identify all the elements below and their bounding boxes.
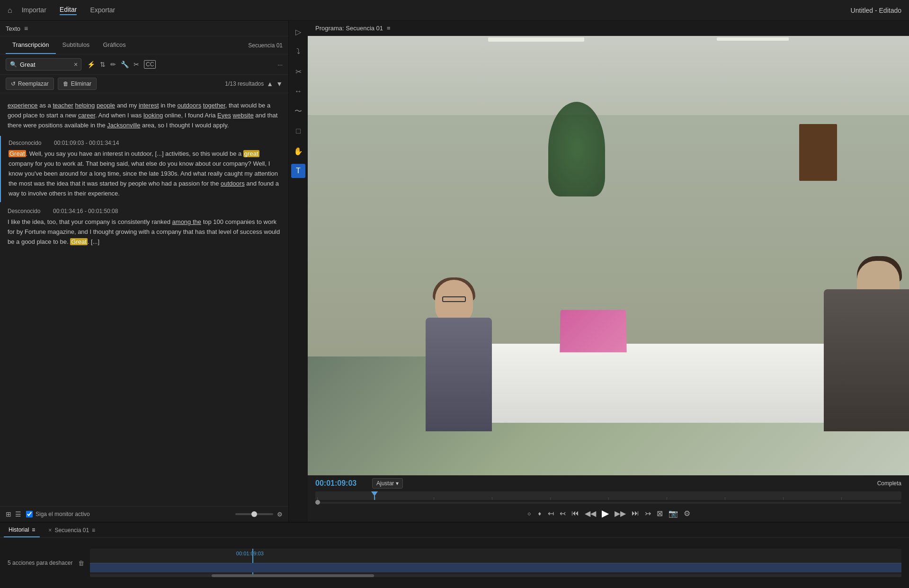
tab-transcripcion[interactable]: Transcripción	[6, 36, 56, 54]
results-text: 1/13 resultados	[225, 80, 264, 87]
delete-bottom-icon[interactable]: 🗑	[78, 560, 84, 567]
tick	[434, 497, 492, 500]
insert-edit-button[interactable]: ↤	[548, 509, 554, 518]
replace-button[interactable]: ↺ Reemplazar	[6, 78, 54, 90]
list-icon[interactable]: ☰	[15, 510, 21, 518]
sequence-label: Secuencia 01	[248, 42, 283, 49]
fit-select[interactable]: Ajustar ▾	[372, 478, 403, 489]
grid-icon[interactable]: ⊞	[6, 510, 11, 518]
camera-button[interactable]: 📷	[668, 509, 678, 518]
sort-icon[interactable]: ⇅	[100, 61, 106, 68]
rewind-button[interactable]: ◀◀	[585, 509, 596, 518]
panel-bottom-icons: ⊞ ☰	[6, 510, 21, 518]
insert-icon[interactable]: ⤵	[291, 45, 305, 59]
replace-bar: ↺ Reemplazar 🗑 Eliminar 1/13 resultados …	[0, 75, 288, 93]
edit-icon[interactable]: ✏	[110, 61, 116, 68]
secuencia-menu-icon[interactable]: ≡	[92, 527, 95, 534]
program-menu-icon[interactable]: ≡	[387, 25, 391, 32]
transcript-text-2[interactable]: I like the idea, too, that your company …	[8, 217, 281, 247]
tab-graficos[interactable]: Gráficos	[96, 36, 132, 54]
stamp-icon[interactable]: 🔧	[121, 61, 129, 68]
settings-icon[interactable]: ⚙	[277, 511, 283, 518]
highlight-great-3: Great	[70, 238, 88, 245]
more-options-icon[interactable]: ···	[277, 61, 283, 68]
toolbar-icons: ⚡ ⇅ ✏ 🔧 ✂ CC	[87, 60, 156, 69]
time-1: 00:01:09:03 - 00:01:34:14	[54, 140, 119, 146]
playhead-triangle	[371, 491, 378, 496]
waveform-icon[interactable]: 〜	[291, 104, 305, 118]
search-input[interactable]	[20, 61, 72, 68]
panel-bottom: ⊞ ☰ Siga el monitor activo ⚙	[0, 506, 288, 522]
nav-importar[interactable]: Importar	[22, 6, 46, 15]
p1-glasses	[442, 296, 466, 302]
nav-editar[interactable]: Editar	[60, 6, 77, 15]
step-back-button[interactable]: ⏮	[571, 509, 579, 517]
monitor-checkbox[interactable]	[26, 511, 33, 517]
split-icon[interactable]: ✂	[134, 61, 139, 68]
play-thru-icon[interactable]: ▷	[291, 25, 305, 39]
lift-button[interactable]: ↢	[560, 509, 566, 518]
mark-out-button[interactable]: ⬧	[537, 509, 542, 517]
tl-timecode: 00:01:09:03	[236, 551, 264, 556]
mark-in-button[interactable]: ⬦	[527, 509, 532, 517]
prev-result-button[interactable]: ▲	[267, 80, 273, 88]
results-info: 1/13 resultados ▲ ▼	[225, 80, 283, 88]
panel-menu-icon[interactable]: ≡	[24, 25, 28, 32]
overwrite-button[interactable]: ↣	[645, 509, 651, 518]
timeline-bottom[interactable]: 00:01:09:03	[90, 549, 901, 577]
transcript-area[interactable]: experience as a teacher helping people a…	[0, 93, 288, 506]
timecode-display: 00:01:09:03	[315, 479, 372, 488]
progress-bar[interactable]	[315, 502, 901, 504]
top-nav: ⌂ Importar Editar Exportar Untitled - Ed…	[0, 0, 909, 21]
person1	[416, 280, 501, 431]
play-button[interactable]: ▶	[602, 508, 609, 519]
slider-thumb[interactable]	[251, 511, 257, 517]
tab-subtitulos[interactable]: Subtítulos	[56, 36, 97, 54]
settings-transport-icon[interactable]: ⚙	[684, 509, 690, 518]
timeline-ruler[interactable]	[315, 491, 901, 500]
search-icon: 🔍	[10, 61, 17, 68]
transcript-text-1[interactable]: Great. Well, you say you have an interes…	[9, 149, 281, 198]
tl-scroll-thumb[interactable]	[212, 574, 374, 577]
nav-exportar[interactable]: Exportar	[90, 6, 115, 15]
plant	[548, 102, 605, 196]
p2-body	[824, 289, 909, 431]
tick	[550, 497, 608, 500]
square-icon[interactable]: □	[291, 124, 305, 138]
search-input-wrap: 🔍 ×	[6, 58, 81, 71]
next-result-button[interactable]: ▼	[276, 80, 283, 88]
tl-scroll[interactable]	[90, 574, 901, 577]
room-ceiling	[308, 36, 909, 115]
transcript-text-0[interactable]: experience as a teacher helping people a…	[8, 101, 281, 130]
clear-search-button[interactable]: ×	[74, 61, 78, 68]
step-forward-button[interactable]: ⏭	[632, 509, 639, 517]
historial-tab[interactable]: Historial ≡	[4, 523, 40, 537]
transcript-block-1: Desconocido 00:01:09:03 - 00:01:34:14 Gr…	[0, 136, 288, 202]
time-2: 00:01:34:16 - 00:01:50:08	[53, 208, 118, 214]
program-title: Programa: Secuencia 01	[315, 25, 383, 32]
slider-track[interactable]	[235, 513, 273, 515]
fast-forward-button[interactable]: ▶▶	[615, 509, 626, 518]
hand-icon[interactable]: ✋	[291, 144, 305, 158]
horizontal-arrow-icon[interactable]: ↔	[291, 84, 305, 98]
secuencia-tab[interactable]: × Secuencia 01 ≡	[44, 523, 100, 537]
plant-body	[548, 102, 605, 196]
scissors-icon[interactable]: ✂	[291, 64, 305, 79]
historial-menu-icon[interactable]: ≡	[32, 526, 35, 533]
transcript-block-2: Desconocido 00:01:34:16 - 00:01:50:08 I …	[0, 204, 288, 250]
transport-right: ▶▶ ⏭ ↣ ⊠ 📷 ⚙	[615, 509, 690, 518]
delete-button[interactable]: 🗑 Eliminar	[58, 78, 97, 90]
home-icon[interactable]: ⌂	[8, 6, 12, 15]
highlight-great-2: great	[243, 150, 259, 157]
video-area	[308, 36, 909, 475]
cc-icon[interactable]: CC	[144, 60, 156, 69]
video-controls: 00:01:09:03 Ajustar ▾ Completa	[308, 475, 909, 522]
tab-close-icon[interactable]: ×	[48, 527, 52, 534]
timecode-row: 00:01:09:03 Ajustar ▾ Completa	[315, 478, 901, 489]
monitor-checkbox-label: Siga el monitor activo	[26, 511, 90, 517]
highlight-great-1: Great	[9, 150, 26, 157]
filter-icon[interactable]: ⚡	[87, 61, 95, 68]
text-tool-icon[interactable]: T	[291, 164, 305, 178]
split-button[interactable]: ⊠	[657, 509, 663, 518]
transport-left: ⬦ ⬧ ↤ ↢ ⏮ ◀◀	[527, 509, 596, 518]
